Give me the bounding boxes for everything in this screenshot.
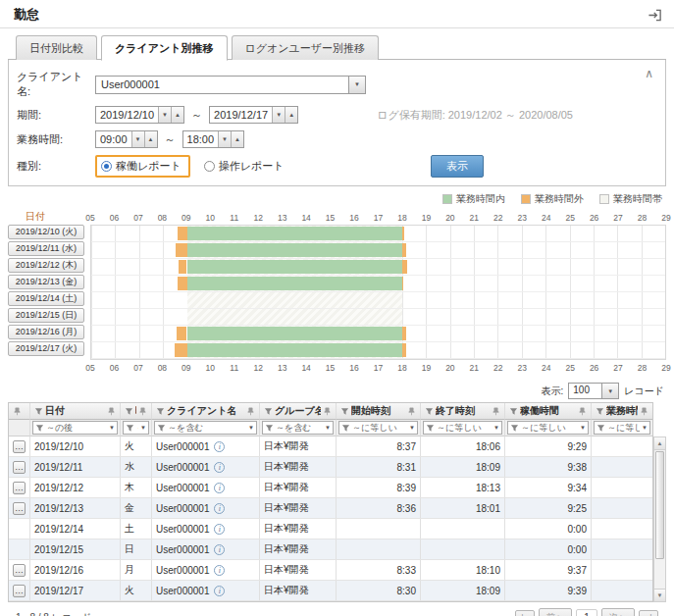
funnel-icon[interactable] — [509, 407, 518, 416]
chart-date-chip[interactable]: 2019/12/15 (日) — [8, 308, 84, 323]
pin-icon[interactable] — [323, 407, 332, 416]
pin-icon[interactable] — [13, 407, 22, 416]
info-icon[interactable]: i — [214, 565, 225, 576]
funnel-icon[interactable] — [34, 407, 43, 416]
last-page-button[interactable]: »| — [639, 610, 658, 616]
chart-date-chip[interactable]: 2019/12/10 (火) — [8, 225, 84, 239]
info-icon[interactable]: i — [214, 544, 225, 555]
spin-down-icon[interactable]: ▼ — [131, 131, 144, 147]
chevron-down-icon[interactable]: ▼ — [601, 384, 618, 398]
info-icon[interactable]: i — [214, 483, 225, 493]
row-actions-button[interactable]: … — [13, 482, 26, 494]
show-button[interactable]: 表示 — [431, 155, 484, 178]
collapse-icon[interactable]: ∧ — [645, 67, 653, 80]
column-header[interactable]: グループ名 — [260, 403, 337, 420]
spin-down-icon[interactable]: ▼ — [272, 107, 285, 123]
radio-icon[interactable] — [204, 161, 215, 172]
radio-working-report[interactable]: 稼働レポート — [95, 155, 190, 178]
funnel-icon[interactable] — [426, 424, 435, 433]
next-page-button[interactable]: 次へ — [601, 608, 635, 616]
row-actions-button[interactable]: … — [13, 440, 26, 453]
funnel-icon[interactable] — [35, 424, 44, 433]
info-icon[interactable]: i — [214, 462, 225, 473]
spin-up-icon[interactable]: ▲ — [231, 131, 243, 147]
info-icon[interactable]: i — [214, 441, 225, 452]
hours-from-input[interactable]: 09:00 ▼ ▲ — [95, 130, 158, 148]
chart-date-chip[interactable]: 2019/12/13 (金) — [8, 275, 84, 289]
vertical-scrollbar[interactable]: ▲ ▼ — [653, 436, 666, 602]
funnel-icon[interactable] — [125, 407, 133, 416]
tab-client-trend[interactable]: クライアント別推移 — [101, 35, 228, 61]
info-icon[interactable]: i — [214, 503, 225, 514]
scrollbar-thumb[interactable] — [655, 451, 664, 559]
spin-up-icon[interactable]: ▲ — [144, 131, 157, 147]
column-header[interactable]: 稼働時間 — [505, 403, 592, 420]
pin-icon[interactable] — [578, 407, 587, 416]
scroll-up-icon[interactable]: ▲ — [654, 437, 665, 450]
column-header[interactable]: 終了時刻 — [421, 403, 505, 420]
funnel-icon[interactable] — [264, 407, 273, 416]
chevron-down-icon[interactable]: ▼ — [348, 77, 365, 93]
funnel-icon[interactable] — [126, 424, 134, 433]
funnel-icon[interactable] — [510, 424, 519, 433]
info-icon[interactable]: i — [214, 524, 225, 535]
period-from-input[interactable]: 2019/12/10 ▼ ▲ — [95, 106, 184, 124]
period-to-input[interactable]: 2019/12/17 ▼ ▲ — [209, 106, 298, 124]
cell-text: User000001 — [156, 483, 209, 493]
pin-icon[interactable] — [246, 407, 255, 416]
funnel-icon[interactable] — [425, 407, 434, 416]
spin-up-icon[interactable]: ▲ — [285, 107, 297, 123]
column-filter-dropdown[interactable]: ～に等しい▼ — [594, 421, 650, 435]
column-filter-dropdown[interactable]: ～に等しい▼ — [423, 421, 502, 435]
row-actions-button[interactable]: … — [13, 585, 26, 597]
column-filter-dropdown[interactable]: ～の後▼ — [32, 421, 118, 435]
tab-date-comparison[interactable]: 日付別比較 — [16, 35, 97, 60]
exit-icon[interactable] — [648, 8, 662, 23]
info-icon[interactable]: i — [214, 586, 225, 596]
pin-icon[interactable] — [492, 407, 500, 416]
prev-page-button[interactable]: 前へ — [539, 608, 572, 616]
chart-date-chip[interactable]: 2019/12/12 (木) — [8, 258, 84, 273]
chart-date-chip[interactable]: 2019/12/17 (火) — [8, 341, 84, 356]
column-header[interactable]: クライアント名 — [152, 403, 260, 420]
pin-icon[interactable] — [407, 407, 416, 416]
radio-operation-report[interactable]: 操作レポート — [204, 159, 285, 174]
chart-date-chip[interactable]: 2019/12/14 (土) — [8, 291, 84, 306]
spin-down-icon[interactable]: ▼ — [218, 131, 231, 147]
funnel-icon[interactable] — [341, 424, 350, 433]
column-filter-dropdown[interactable]: ～を含む▼ — [262, 421, 334, 435]
column-filter-dropdown[interactable]: ～に等しい▼ — [338, 421, 418, 435]
chart-date-chip[interactable]: 2019/12/16 (月) — [8, 325, 84, 339]
client-name-select[interactable]: User000001 ▼ — [95, 76, 366, 94]
pin-icon[interactable] — [107, 407, 116, 416]
column-header[interactable]: 曜日 — [121, 403, 152, 420]
spin-up-icon[interactable]: ▲ — [171, 107, 183, 123]
per-page-select[interactable]: 100 ▼ — [568, 383, 619, 399]
hours-to-input[interactable]: 18:00 ▼ ▲ — [182, 130, 245, 148]
scroll-down-icon[interactable]: ▼ — [654, 589, 665, 601]
tab-logon-user-trend[interactable]: ログオンユーザー別推移 — [232, 35, 380, 60]
funnel-icon[interactable] — [596, 407, 604, 416]
radio-icon[interactable] — [101, 161, 112, 172]
column-header[interactable]: 業務時間内 — [592, 403, 652, 420]
pin-icon[interactable] — [640, 407, 648, 416]
chart-date-chip[interactable]: 2019/12/11 (水) — [8, 241, 84, 256]
spin-down-icon[interactable]: ▼ — [158, 107, 171, 123]
scrollbar-track[interactable] — [654, 450, 665, 589]
funnel-icon[interactable] — [157, 424, 166, 433]
column-header[interactable]: 開始時刻 — [337, 403, 421, 420]
row-actions-button[interactable]: … — [13, 461, 26, 474]
funnel-icon[interactable] — [265, 424, 274, 433]
row-actions-button[interactable]: … — [13, 564, 26, 577]
column-filter-dropdown[interactable]: ～を含む▼ — [123, 421, 149, 435]
first-page-button[interactable]: |« — [515, 610, 535, 616]
funnel-icon[interactable] — [596, 424, 605, 433]
pin-icon[interactable] — [138, 407, 147, 416]
column-filter-dropdown[interactable]: ～に等しい▼ — [507, 421, 589, 435]
column-header[interactable]: 日付 — [30, 403, 121, 420]
current-page[interactable]: 1 — [576, 609, 597, 616]
funnel-icon[interactable] — [340, 407, 349, 416]
column-filter-dropdown[interactable]: ～を含む▼ — [154, 421, 257, 435]
funnel-icon[interactable] — [156, 407, 165, 416]
row-actions-button[interactable]: … — [13, 502, 26, 515]
